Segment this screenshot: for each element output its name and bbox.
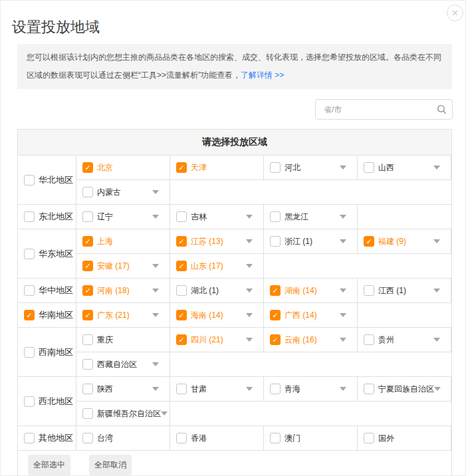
chevron-down-icon[interactable] (152, 215, 159, 219)
chevron-down-icon[interactable] (434, 387, 441, 391)
province-option[interactable]: ✓安徽 (17) (76, 254, 170, 278)
chevron-down-icon[interactable] (246, 313, 253, 317)
region-checkbox[interactable] (24, 347, 35, 358)
province-checkbox[interactable] (82, 187, 93, 197)
chevron-down-icon[interactable] (340, 289, 346, 293)
province-checkbox[interactable]: ✓ (270, 285, 281, 296)
province-option[interactable]: ✓海南 (14) (170, 303, 264, 327)
chevron-down-icon[interactable] (246, 338, 253, 342)
region-checkbox[interactable]: ✓ (24, 310, 35, 320)
province-checkbox[interactable]: ✓ (364, 236, 374, 247)
close-button[interactable]: ✕ (447, 5, 463, 21)
province-option[interactable]: ✓云南 (16) (264, 328, 358, 352)
chevron-down-icon[interactable] (152, 289, 159, 293)
chevron-down-icon[interactable] (152, 387, 159, 391)
region-checkbox[interactable] (24, 396, 35, 407)
province-option[interactable]: 香港 (170, 426, 264, 450)
region-cell[interactable]: 华北地区 (18, 156, 76, 204)
province-option[interactable]: 宁夏回族自治区 (358, 377, 451, 401)
province-option[interactable]: ✓河南 (18) (76, 279, 170, 302)
province-option[interactable]: ✓广西 (14) (264, 303, 358, 327)
province-checkbox[interactable] (82, 408, 93, 419)
search-input[interactable] (315, 99, 453, 120)
region-cell[interactable]: 东北地区 (18, 205, 76, 229)
details-link[interactable]: 了解详情 >> (241, 70, 284, 80)
chevron-down-icon[interactable] (246, 289, 253, 293)
province-option[interactable]: 辽宁 (76, 205, 170, 229)
chevron-down-icon[interactable] (433, 338, 440, 342)
chevron-down-icon[interactable] (246, 239, 253, 243)
province-option[interactable]: 新疆维吾尔自治区 (76, 402, 170, 425)
province-checkbox[interactable]: ✓ (82, 310, 93, 320)
province-checkbox[interactable] (364, 384, 374, 394)
province-option[interactable]: 浙江 (1) (264, 229, 358, 253)
region-cell[interactable]: 华中地区 (18, 279, 76, 302)
province-option[interactable]: 青海 (264, 377, 358, 401)
province-checkbox[interactable] (364, 334, 374, 345)
chevron-down-icon[interactable] (340, 215, 346, 219)
chevron-down-icon[interactable] (152, 264, 159, 268)
province-option[interactable]: ✓广东 (21) (76, 303, 170, 327)
province-option[interactable]: 西藏自治区 (76, 352, 170, 376)
province-option[interactable]: 陕西 (76, 377, 170, 401)
province-checkbox[interactable]: ✓ (82, 261, 93, 271)
province-option[interactable]: 吉林 (170, 205, 264, 229)
province-checkbox[interactable] (82, 384, 93, 394)
province-checkbox[interactable]: ✓ (176, 162, 187, 173)
chevron-down-icon[interactable] (433, 239, 440, 243)
province-option[interactable]: ✓福建 (9) (358, 229, 451, 253)
chevron-down-icon[interactable] (246, 264, 253, 268)
province-checkbox[interactable]: ✓ (82, 236, 93, 247)
province-option[interactable]: 贵州 (358, 328, 451, 352)
region-checkbox[interactable] (24, 175, 35, 185)
province-checkbox[interactable] (270, 433, 281, 443)
region-checkbox[interactable] (24, 249, 35, 259)
province-checkbox[interactable]: ✓ (270, 334, 281, 345)
province-checkbox[interactable] (176, 211, 187, 222)
province-option[interactable]: 甘肃 (170, 377, 264, 401)
chevron-down-icon[interactable] (340, 313, 346, 317)
province-option[interactable]: ✓天津 (170, 156, 264, 179)
province-checkbox[interactable] (176, 433, 187, 443)
province-checkbox[interactable] (270, 162, 281, 173)
region-cell[interactable]: 其他地区 (18, 426, 76, 450)
chevron-down-icon[interactable] (433, 166, 440, 170)
chevron-down-icon[interactable] (340, 239, 346, 243)
province-checkbox[interactable] (82, 334, 93, 345)
province-option[interactable]: 黑龙江 (264, 205, 358, 229)
province-option[interactable]: 江西 (1) (358, 279, 451, 302)
province-option[interactable]: 台湾 (76, 426, 170, 450)
chevron-down-icon[interactable] (340, 166, 346, 170)
province-option[interactable]: 湖北 (1) (170, 279, 264, 302)
select-all-button[interactable]: 全部选中 (28, 455, 70, 475)
province-checkbox[interactable] (82, 359, 93, 370)
province-checkbox[interactable] (270, 384, 281, 394)
province-option[interactable]: ✓上海 (76, 229, 170, 253)
province-option[interactable]: ✓山东 (17) (170, 254, 264, 278)
province-checkbox[interactable] (82, 211, 93, 222)
province-option[interactable]: ✓北京 (76, 156, 170, 179)
province-checkbox[interactable] (364, 162, 374, 173)
chevron-down-icon[interactable] (152, 313, 159, 317)
province-checkbox[interactable]: ✓ (176, 261, 187, 271)
region-checkbox[interactable] (24, 285, 35, 296)
region-cell[interactable]: 华东地区 (18, 229, 76, 278)
search-icon[interactable] (437, 104, 447, 114)
region-cell[interactable]: 西北地区 (18, 377, 76, 425)
region-cell[interactable]: 西南地区 (18, 328, 76, 376)
province-checkbox[interactable]: ✓ (270, 310, 281, 320)
province-checkbox[interactable] (270, 211, 281, 222)
chevron-down-icon[interactable] (152, 190, 159, 194)
province-checkbox[interactable] (82, 433, 93, 443)
region-cell[interactable]: ✓华南地区 (18, 303, 76, 327)
province-option[interactable]: 河北 (264, 156, 358, 179)
province-option[interactable]: ✓江苏 (13) (170, 229, 264, 253)
chevron-down-icon[interactable] (246, 215, 253, 219)
province-option[interactable]: 内蒙古 (76, 180, 170, 204)
province-option[interactable]: 国外 (358, 426, 451, 450)
province-checkbox[interactable]: ✓ (176, 310, 187, 320)
chevron-down-icon[interactable] (340, 387, 346, 391)
province-checkbox[interactable]: ✓ (82, 285, 93, 296)
chevron-down-icon[interactable] (246, 387, 253, 391)
chevron-down-icon[interactable] (161, 412, 168, 416)
